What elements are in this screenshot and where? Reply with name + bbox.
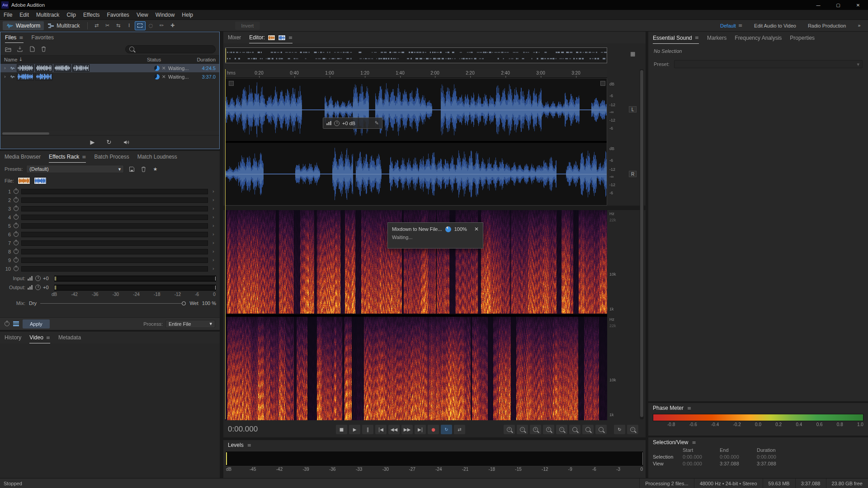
loop-playback-button[interactable]: ↻	[441, 425, 452, 434]
pause-button[interactable]: ‖	[362, 425, 373, 434]
close-button[interactable]: ✕	[848, 0, 868, 10]
power-icon[interactable]	[14, 197, 19, 202]
display-grid-button[interactable]: ▦	[630, 51, 635, 57]
view-end-value[interactable]: 3:37.088	[720, 461, 757, 466]
menu-multitrack[interactable]: Multitrack	[33, 12, 63, 18]
slot-arrow-icon[interactable]: ›	[211, 249, 216, 254]
preview-play-button[interactable]: ▶	[90, 139, 95, 145]
gain-knob-icon[interactable]	[334, 121, 340, 126]
tab-markers[interactable]: Markers	[707, 35, 726, 41]
overview-strip[interactable]	[225, 47, 607, 63]
spot-healing-brush-tool[interactable]: ✚	[167, 21, 178, 30]
paintbrush-selection-tool[interactable]: ✏	[156, 21, 167, 30]
razor-tool[interactable]: ✂	[102, 21, 113, 30]
cancel-icon[interactable]: ×	[162, 65, 166, 71]
menu-window[interactable]: Window	[152, 12, 179, 18]
zoom-in-button[interactable]: +	[504, 425, 515, 434]
pencil-icon[interactable]: ✎	[375, 120, 379, 126]
power-icon[interactable]	[14, 215, 19, 220]
effect-slot-4[interactable]: 4›	[4, 213, 216, 221]
channel-right-button[interactable]: R	[629, 171, 637, 177]
workspace-radio-production[interactable]: Radio Production	[808, 23, 846, 28]
slot-empty-bar[interactable]	[21, 223, 208, 229]
scrollbar-thumb[interactable]	[2, 132, 49, 135]
workspace-overflow-button[interactable]: »	[858, 23, 861, 28]
tab-frequency-analysis[interactable]: Frequency Analysis	[735, 35, 782, 41]
menu-view[interactable]: View	[133, 12, 152, 18]
expand-icon[interactable]: ›	[4, 66, 9, 70]
waveform-view-button[interactable]: Waveform	[3, 21, 44, 30]
file-chip-thumbnail[interactable]	[34, 177, 47, 184]
essential-sound-menu-icon[interactable]: ≡	[695, 35, 699, 41]
skip-to-end-button[interactable]: ▶|	[415, 425, 426, 434]
effect-slot-2[interactable]: 2›	[4, 196, 216, 204]
effect-slot-10[interactable]: 10›	[4, 264, 216, 273]
rack-power-icon[interactable]	[5, 321, 9, 326]
fast-forward-button[interactable]: ▶▶	[401, 425, 413, 434]
lasso-selection-tool[interactable]: ◌	[146, 21, 156, 30]
menu-favorites[interactable]: Favorites	[104, 12, 133, 18]
tab-editor[interactable]: Editor: ≡	[249, 32, 292, 43]
column-name[interactable]: Name	[4, 57, 17, 62]
tab-metadata[interactable]: Metadata	[58, 334, 81, 341]
tab-properties[interactable]: Properties	[790, 35, 815, 41]
clip-gain-widget[interactable]	[229, 81, 234, 86]
slot-arrow-icon[interactable]: ›	[211, 206, 216, 211]
file-row[interactable]: › × Waiting... 4:24.5	[0, 64, 219, 72]
file-row[interactable]: › × Waiting... 3:37.0	[0, 72, 219, 81]
slip-tool[interactable]: ⇆	[113, 21, 124, 30]
waveform-display[interactable]	[225, 78, 607, 206]
playhead[interactable]	[225, 69, 226, 419]
multitrack-view-button[interactable]: Multitrack	[44, 21, 83, 30]
search-input[interactable]	[137, 47, 212, 52]
tab-video[interactable]: Video ≡	[29, 332, 50, 343]
play-button[interactable]: ▶	[349, 425, 360, 434]
effect-slot-1[interactable]: 1›	[4, 187, 216, 196]
minimize-button[interactable]: —	[808, 0, 828, 10]
effect-slot-5[interactable]: 5›	[4, 221, 216, 230]
files-panel-menu-icon[interactable]: ≡	[19, 35, 23, 41]
slot-empty-bar[interactable]	[21, 240, 208, 246]
power-icon[interactable]	[14, 206, 19, 211]
slot-empty-bar[interactable]	[21, 215, 208, 220]
effects-panel-menu-icon[interactable]: ≡	[82, 154, 86, 160]
apply-button[interactable]: Apply	[23, 319, 50, 328]
menu-file[interactable]: File	[0, 12, 16, 18]
panel-splitter[interactable]	[223, 206, 646, 210]
view-start-value[interactable]: 0:00.000	[683, 461, 720, 466]
tab-media-browser[interactable]: Media Browser	[5, 154, 41, 160]
slot-empty-bar[interactable]	[21, 189, 208, 194]
slot-arrow-icon[interactable]: ›	[211, 223, 216, 229]
mix-slider-handle[interactable]	[182, 301, 186, 305]
zoom-to-selection-button[interactable]	[595, 425, 607, 434]
move-tool[interactable]: ⇄	[91, 21, 102, 30]
zoom-out-amplitude-button[interactable]: −	[556, 425, 567, 434]
shuttle-button[interactable]: ⇄	[454, 425, 465, 434]
video-panel-menu-icon[interactable]: ≡	[46, 335, 50, 341]
selection-duration-value[interactable]: 0:00.000	[757, 454, 800, 460]
rack-settings-icon[interactable]	[13, 321, 19, 326]
open-file-chip[interactable]	[268, 35, 275, 41]
tab-favorites[interactable]: Favorites	[32, 34, 54, 41]
tab-batch-process[interactable]: Batch Process	[94, 154, 129, 160]
preset-dropdown[interactable]: ▾	[674, 60, 863, 68]
slot-arrow-icon[interactable]: ›	[211, 231, 216, 237]
expand-icon[interactable]: ›	[4, 74, 9, 79]
tab-files[interactable]: Files ≡	[5, 32, 24, 43]
power-icon[interactable]	[14, 249, 19, 254]
import-files-button[interactable]	[16, 46, 24, 53]
save-preset-button[interactable]	[127, 165, 136, 173]
invert-button[interactable]: Invert	[235, 22, 260, 30]
open-file-chip[interactable]	[278, 35, 286, 41]
selection-end-value[interactable]: 0:00.000	[720, 454, 757, 460]
waveform-channel-left[interactable]	[226, 79, 607, 141]
record-button[interactable]: ●	[428, 425, 439, 434]
cancel-icon[interactable]: ×	[162, 74, 166, 80]
effect-slot-9[interactable]: 9›	[4, 256, 216, 264]
slot-empty-bar[interactable]	[21, 197, 208, 203]
zoom-reset-out-button[interactable]: −	[627, 425, 638, 434]
zoom-out-button[interactable]: −	[517, 425, 528, 434]
menu-clip[interactable]: Clip	[63, 12, 80, 18]
effect-slot-7[interactable]: 7›	[4, 239, 216, 247]
timeline-ruler[interactable]: hms 0:20 0:40 1:00 1:20 1:40 2:00 2:20 2…	[225, 69, 607, 78]
